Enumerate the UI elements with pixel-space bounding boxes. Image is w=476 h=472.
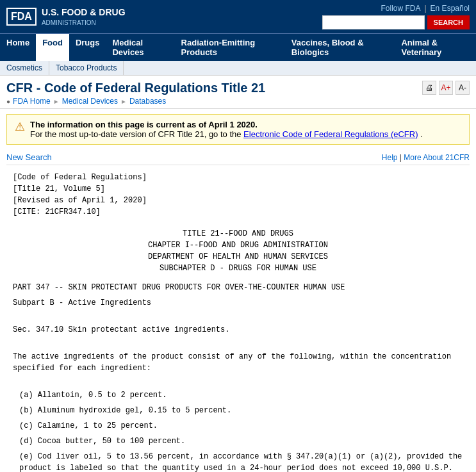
breadcrumb-fda-home[interactable]: FDA Home <box>13 97 51 106</box>
nav-radiation[interactable]: Radiation-Emitting Products <box>175 34 285 61</box>
header-links: Follow FDA | En Español <box>381 4 470 13</box>
secondary-nav: Cosmetics Tobacco Products <box>0 61 476 76</box>
ingredient-b-label: (b) <box>19 406 33 415</box>
page-title: CFR - Code of Federal Regulations Title … <box>6 81 470 95</box>
cfr-header-line-2: [Revised as of April 1, 2020] <box>13 195 463 206</box>
ingredient-a: (a) Allantoin, 0.5 to 2 percent. <box>13 389 463 401</box>
ingredient-b-text: Aluminum hydroxide gel, 0.15 to 5 percen… <box>38 406 231 415</box>
title-line-1: CHAPTER I--FOOD AND DRUG ADMINISTRATION <box>13 240 463 251</box>
nav-cosmetics[interactable]: Cosmetics <box>0 61 49 75</box>
site-header: FDA U.S. FOOD & DRUG ADMINISTRATION Foll… <box>0 0 476 33</box>
nav-medical-devices[interactable]: Medical Devices <box>106 34 174 61</box>
page-toolbar: 🖨 A+ A- <box>422 81 470 95</box>
logo-text: U.S. FOOD & DRUG ADMINISTRATION <box>42 6 126 27</box>
nav-tobacco[interactable]: Tobacco Products <box>49 61 124 75</box>
intro-para: The active ingredients of the product co… <box>13 351 463 374</box>
cfr-header-line-3: [CITE: 21CFR347.10] <box>13 206 463 218</box>
fda-logo-box: FDA <box>6 8 37 26</box>
title-line-3: SUBCHAPTER D - DRUGS FOR HUMAN USE <box>13 263 463 274</box>
content-header: New Search Help | More About 21CFR <box>6 150 470 165</box>
search-bar: SEARCH <box>322 15 470 29</box>
print-icon[interactable]: 🖨 <box>422 81 436 95</box>
search-button[interactable]: SEARCH <box>427 15 470 29</box>
logo-area: FDA U.S. FOOD & DRUG ADMINISTRATION <box>6 6 126 27</box>
ingredient-d: (d) Cocoa butter, 50 to 100 percent. <box>13 435 463 447</box>
alert-line1: The information on this page is current … <box>30 120 423 129</box>
ingredient-c: (c) Calamine, 1 to 25 percent. <box>13 420 463 432</box>
ingredients-list: (a) Allantoin, 0.5 to 2 percent. (b) Alu… <box>13 389 463 472</box>
follow-fda-link[interactable]: Follow FDA <box>381 4 420 13</box>
section-line: Sec. 347.10 Skin protectant active ingre… <box>13 324 463 336</box>
alert-icon: ⚠ <box>15 120 25 134</box>
cfr-content: [Code of Federal Regulations] [Title 21,… <box>6 172 470 472</box>
ingredient-b: (b) Aluminum hydroxide gel, 0.15 to 5 pe… <box>13 405 463 416</box>
ingredient-a-label: (a) <box>19 391 33 400</box>
header-right: Follow FDA | En Español SEARCH <box>322 4 470 29</box>
cfr-body: PART 347 -- SKIN PROTECTANT DRUG PRODUCT… <box>13 282 463 472</box>
page-header: CFR - Code of Federal Regulations Title … <box>0 76 476 109</box>
ingredient-c-text: Calamine, 1 to 25 percent. <box>38 421 158 430</box>
content-area: New Search Help | More About 21CFR [Code… <box>6 150 470 472</box>
ingredient-a-text: Allantoin, 0.5 to 2 percent. <box>38 391 167 400</box>
logo-line2: ADMINISTRATION <box>42 19 96 26</box>
zoom-out-icon[interactable]: A- <box>455 81 470 95</box>
more-about-link[interactable]: More About 21CFR <box>404 153 470 162</box>
ecfr-link[interactable]: Electronic Code of Federal Regulations (… <box>243 129 418 139</box>
breadcrumb-medical-devices[interactable]: Medical Devices <box>62 97 118 106</box>
alert-content: The information on this page is current … <box>30 120 423 139</box>
ingredient-e: (e) Cod liver oil, 5 to 13.56 percent, i… <box>13 451 463 472</box>
ingredient-d-text: Cocoa butter, 50 to 100 percent. <box>38 437 185 446</box>
cfr-header-block: [Code of Federal Regulations] [Title 21,… <box>13 172 463 218</box>
nav-home[interactable]: Home <box>0 34 36 61</box>
cfr-title-block: TITLE 21--FOOD AND DRUGS CHAPTER I--FOOD… <box>13 228 463 274</box>
alert-box: ⚠ The information on this page is curren… <box>6 114 470 145</box>
page-header-container: CFR - Code of Federal Regulations Title … <box>0 76 476 109</box>
fda-abbr: FDA <box>11 11 32 22</box>
new-search-link[interactable]: New Search <box>6 152 52 162</box>
title-line-0: TITLE 21--FOOD AND DRUGS <box>13 228 463 240</box>
ingredient-c-label: (c) <box>19 421 33 430</box>
primary-nav: Home Food Drugs Medical Devices Radiatio… <box>0 33 476 61</box>
zoom-in-icon[interactable]: A+ <box>439 81 453 95</box>
breadcrumb: ● FDA Home ► Medical Devices ► Databases <box>6 97 470 106</box>
breadcrumb-dot: ● <box>6 98 10 105</box>
search-input[interactable] <box>322 15 425 29</box>
nav-vaccines[interactable]: Vaccines, Blood & Biologics <box>285 34 395 61</box>
alert-line2: For the most up-to-date version of CFR T… <box>30 129 423 139</box>
help-links: Help | More About 21CFR <box>382 153 470 162</box>
breadcrumb-databases[interactable]: Databases <box>129 97 166 106</box>
ingredient-e-text: Cod liver oil, 5 to 13.56 percent, in ac… <box>19 452 462 472</box>
page-wrapper: FDA U.S. FOOD & DRUG ADMINISTRATION Foll… <box>0 0 476 472</box>
ingredient-e-label: (e) <box>19 452 33 461</box>
logo-line1: U.S. FOOD & DRUG <box>42 7 126 17</box>
ingredient-d-label: (d) <box>19 437 33 446</box>
subpart-line: Subpart B - Active Ingredients <box>13 297 463 309</box>
en-espanol-link[interactable]: En Español <box>431 4 470 13</box>
nav-animal[interactable]: Animal & Veterinary <box>395 34 476 61</box>
title-line-2: DEPARTMENT OF HEALTH AND HUMAN SERVICES <box>13 251 463 263</box>
cfr-header-line-1: [Title 21, Volume 5] <box>13 183 463 195</box>
nav-drugs[interactable]: Drugs <box>69 34 106 61</box>
help-link[interactable]: Help <box>382 153 398 162</box>
cfr-header-line-0: [Code of Federal Regulations] <box>13 172 463 183</box>
part-line: PART 347 -- SKIN PROTECTANT DRUG PRODUCT… <box>13 282 463 293</box>
nav-food[interactable]: Food <box>36 34 69 61</box>
